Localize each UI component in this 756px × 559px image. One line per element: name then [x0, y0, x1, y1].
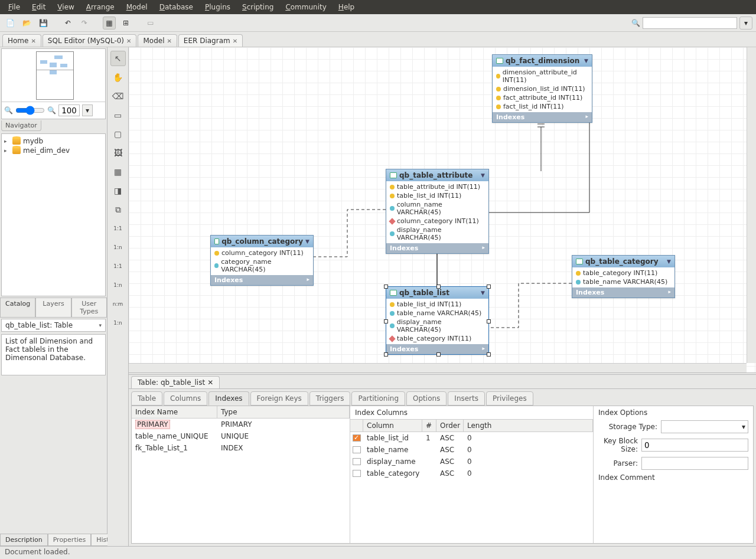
checkbox[interactable] [353, 434, 361, 442]
menu-model[interactable]: Model [122, 2, 152, 12]
entity-qb-fact-dimension[interactable]: qb_fact_dimension▼ dimension_attribute_i… [492, 54, 592, 123]
rel-11i-icon[interactable]: 1:1 [110, 259, 126, 274]
grid-align-icon[interactable]: ▦ [103, 17, 116, 30]
subtab-partitioning[interactable]: Partitioning [351, 391, 405, 406]
close-icon[interactable]: ✕ [167, 38, 171, 44]
scrollbar-horizontal[interactable] [129, 363, 747, 372]
properties-selector[interactable]: qb_table_list: Table▾ [1, 319, 106, 332]
navigator-preview[interactable] [2, 49, 105, 102]
menu-file[interactable]: FFileile [4, 2, 25, 12]
btab-properties[interactable]: Properties [48, 534, 92, 546]
search-input[interactable] [643, 17, 737, 29]
index-row[interactable]: table_name_UNIQUEUNIQUE [132, 430, 350, 442]
checkbox[interactable] [353, 470, 361, 477]
note-tool-icon[interactable]: ▢ [110, 126, 126, 142]
storage-type-combo[interactable]: ▾ [661, 420, 748, 433]
checkbox[interactable] [353, 446, 361, 453]
diagram-canvas[interactable]: qb_fact_dimension▼ dimension_attribute_i… [129, 47, 756, 372]
layer-tool-icon[interactable]: ▭ [110, 107, 126, 123]
col-header[interactable]: Index Name [132, 406, 217, 418]
subtab-columns[interactable]: Columns [164, 391, 207, 406]
subtab-indexes[interactable]: Indexes [208, 391, 249, 406]
eraser-tool-icon[interactable]: ⌫ [110, 89, 126, 104]
tab-home[interactable]: Home✕ [2, 34, 41, 47]
index-col-row[interactable]: table_list_id1ASC0 [350, 432, 593, 444]
index-col-row[interactable]: display_nameASC0 [350, 456, 593, 468]
col-header[interactable]: # [422, 420, 436, 431]
entity-qb-column-category[interactable]: qb_column_category▼ column_category INT(… [210, 235, 314, 286]
hand-tool-icon[interactable]: ✋ [110, 70, 126, 85]
pointer-tool-icon[interactable]: ↖ [110, 51, 126, 66]
parser-input[interactable] [641, 457, 748, 470]
index-row[interactable]: PRIMARYPRIMARY [132, 419, 350, 430]
subtab-foreignkeys[interactable]: Foreign Keys [250, 391, 308, 406]
search-options-icon[interactable]: ▾ [739, 17, 752, 30]
left-tab-layers[interactable]: Layers [35, 298, 71, 318]
rel-nm-icon[interactable]: n:m [110, 296, 126, 312]
rel-11-icon[interactable]: 1:1 [110, 221, 126, 236]
menu-edit[interactable]: Edit [27, 2, 50, 12]
key-block-size-input[interactable] [641, 439, 748, 452]
redo-icon[interactable]: ↷ [78, 17, 91, 30]
tree-item[interactable]: ▸mei_dim_dev [4, 146, 103, 155]
menu-help[interactable]: Help [334, 2, 359, 12]
rel-1ni-icon[interactable]: 1:n [110, 277, 126, 293]
zoom-dropdown-icon[interactable]: ▾ [82, 104, 93, 116]
index-col-row[interactable]: table_categoryASC0 [350, 468, 593, 479]
routine-tool-icon[interactable]: ⧉ [110, 202, 126, 217]
menu-plugins[interactable]: Plugins [200, 2, 235, 12]
bp-tab-table[interactable]: Table: qb_table_list✕ [131, 376, 220, 388]
chevron-down-icon[interactable]: ▼ [481, 290, 485, 296]
index-col-row[interactable]: table_nameASC0 [350, 444, 593, 456]
grid-icon[interactable]: ⊞ [119, 17, 132, 30]
open-file-icon[interactable]: 📂 [20, 17, 33, 30]
subtab-privileges[interactable]: Privileges [486, 391, 533, 406]
menu-arrange[interactable]: Arrange [82, 2, 119, 12]
page-icon[interactable]: ▭ [144, 17, 157, 30]
tab-sql-editor[interactable]: SQL Editor (MySQL-0)✕ [43, 34, 137, 47]
view-tool-icon[interactable]: ◨ [110, 183, 126, 198]
col-header[interactable]: Order [436, 420, 464, 431]
chevron-down-icon[interactable]: ▼ [667, 259, 671, 264]
zoom-out-icon[interactable]: 🔍 [4, 106, 13, 115]
rel-existing-icon[interactable]: 1:n [110, 315, 126, 331]
description-text[interactable]: List of all Dimension and Fact tablels i… [1, 334, 106, 375]
zoom-in-icon[interactable]: 🔍 [47, 106, 56, 115]
zoom-slider[interactable] [15, 106, 45, 115]
subtab-table[interactable]: Table [131, 391, 162, 406]
checkbox[interactable] [353, 458, 361, 465]
entity-qb-table-attribute[interactable]: qb_table_attribute▼ table_attribute_id I… [386, 169, 489, 254]
col-header[interactable]: Length [464, 420, 593, 431]
menu-database[interactable]: Database [155, 2, 198, 12]
menu-scripting[interactable]: Scripting [237, 2, 278, 12]
subtab-triggers[interactable]: Triggers [309, 391, 351, 406]
left-tab-usertypes[interactable]: User Types [71, 298, 107, 318]
tab-model[interactable]: Model✕ [138, 34, 177, 47]
col-header[interactable]: Type [217, 406, 350, 418]
tree-item[interactable]: ▸mydb [4, 136, 103, 146]
chevron-down-icon[interactable]: ▼ [584, 58, 588, 64]
col-header[interactable]: Column [363, 420, 422, 431]
left-tab-catalog[interactable]: Catalog [0, 298, 35, 318]
menu-view[interactable]: View [53, 2, 79, 12]
entity-qb-table-list[interactable]: qb_table_list▼ table_list_id INT(11) tab… [386, 286, 489, 355]
close-icon[interactable]: ✕ [233, 38, 237, 44]
index-row[interactable]: fk_Table_List_1INDEX [132, 442, 350, 454]
chevron-down-icon[interactable]: ▼ [305, 238, 309, 244]
catalog-tree[interactable]: ▸mydb ▸mei_dim_dev [1, 133, 106, 296]
close-icon[interactable]: ✕ [126, 38, 131, 44]
scrollbar-vertical[interactable] [747, 47, 756, 363]
tab-eer-diagram[interactable]: EER Diagram✕ [178, 34, 243, 47]
index-list[interactable]: Index Name Type PRIMARYPRIMARY table_nam… [132, 406, 350, 543]
entity-qb-table-category[interactable]: qb_table_category▼ table_category INT(11… [572, 255, 675, 298]
menu-community[interactable]: Community [281, 2, 331, 12]
undo-icon[interactable]: ↶ [61, 17, 74, 30]
new-file-icon[interactable]: 📄 [4, 17, 17, 30]
rel-1n-icon[interactable]: 1:n [110, 240, 126, 255]
close-icon[interactable]: ✕ [207, 378, 213, 387]
table-tool-icon[interactable]: ▦ [110, 164, 126, 179]
close-icon[interactable]: ✕ [31, 38, 35, 44]
subtab-options[interactable]: Options [406, 391, 447, 406]
btab-description[interactable]: Description [0, 534, 48, 546]
subtab-inserts[interactable]: Inserts [448, 391, 485, 406]
